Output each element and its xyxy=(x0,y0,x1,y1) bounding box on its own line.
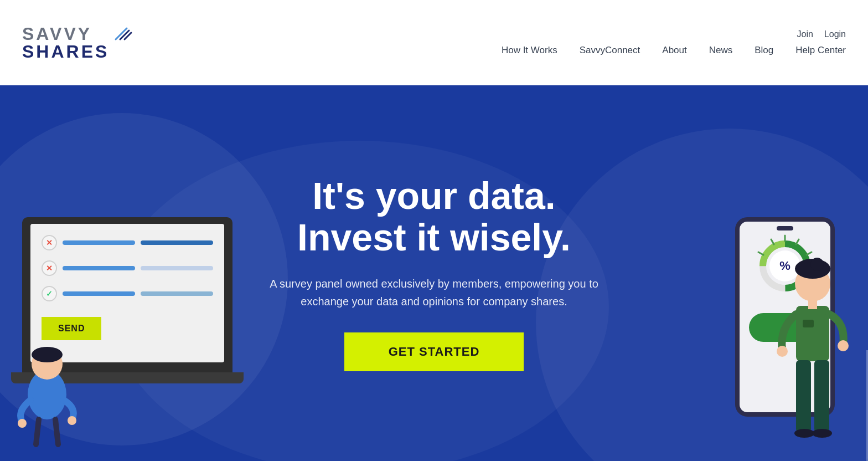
svg-rect-19 xyxy=(808,299,817,309)
phone-illustration: % ✓ xyxy=(724,173,846,461)
logo-shares: SHARES xyxy=(22,43,109,60)
hero-content: It's your data. Invest it wisely. A surv… xyxy=(240,153,628,393)
person-right-illustration xyxy=(774,217,851,461)
survey-item-1: ✕ xyxy=(42,235,213,250)
person-left-illustration xyxy=(11,328,83,450)
main-nav: Join Login How It Works SavvyConnect Abo… xyxy=(502,29,846,56)
nav-how-it-works[interactable]: How It Works xyxy=(502,45,557,56)
hero-title-line1: It's your data. xyxy=(312,175,555,217)
logo[interactable]: SAVVY SHARES xyxy=(22,24,133,62)
survey-line-1b xyxy=(141,240,213,245)
svg-point-20 xyxy=(777,346,788,357)
survey-line-2b xyxy=(141,266,213,270)
top-auth-links: Join Login xyxy=(797,29,846,39)
svg-point-21 xyxy=(838,340,849,351)
nav-help-center[interactable]: Help Center xyxy=(795,45,846,56)
get-started-button[interactable]: GET STARTED xyxy=(344,332,524,371)
logo-text: SAVVY SHARES xyxy=(22,25,109,60)
site-header: SAVVY SHARES Join Login How It Works Sav… xyxy=(0,0,868,85)
svg-rect-14 xyxy=(796,306,829,361)
hero-subtitle: A survey panel owned exclusively by memb… xyxy=(251,275,617,310)
logo-savvy: SAVVY xyxy=(22,25,109,43)
svg-point-3 xyxy=(18,419,27,428)
survey-line-1a xyxy=(63,240,135,245)
nav-savvy-connect[interactable]: SavvyConnect xyxy=(580,45,640,56)
join-link[interactable]: Join xyxy=(797,29,813,39)
nav-news[interactable]: News xyxy=(709,45,733,56)
svg-point-25 xyxy=(812,429,832,438)
logo-arrow-icon xyxy=(111,24,133,46)
laptop-illustration: ✕ ✕ ✓ SEND xyxy=(11,184,244,461)
hero-title-line2: Invest it wisely. xyxy=(297,216,571,258)
nav-blog[interactable]: Blog xyxy=(755,45,773,56)
svg-point-4 xyxy=(68,416,76,425)
svg-rect-23 xyxy=(814,360,829,432)
svg-line-9 xyxy=(758,252,763,255)
nav-about[interactable]: About xyxy=(662,45,686,56)
survey-line-3b xyxy=(141,291,213,296)
svg-rect-22 xyxy=(796,360,811,432)
hero-section: ✕ ✕ ✓ SEND xyxy=(0,85,868,461)
survey-line-3a xyxy=(63,291,135,296)
survey-icon-x-1: ✕ xyxy=(42,235,57,250)
svg-point-18 xyxy=(810,258,824,271)
svg-point-24 xyxy=(794,429,814,438)
survey-item-3: ✓ xyxy=(42,286,213,301)
svg-point-2 xyxy=(32,347,63,362)
login-link[interactable]: Login xyxy=(824,29,846,39)
nav-links: How It Works SavvyConnect About News Blo… xyxy=(502,45,846,56)
survey-line-2a xyxy=(63,266,135,270)
survey-icon-check-1: ✓ xyxy=(42,286,57,301)
hero-title: It's your data. Invest it wisely. xyxy=(251,175,617,258)
svg-rect-15 xyxy=(803,320,814,327)
survey-item-2: ✕ xyxy=(42,260,213,276)
survey-icon-x-2: ✕ xyxy=(42,260,57,276)
